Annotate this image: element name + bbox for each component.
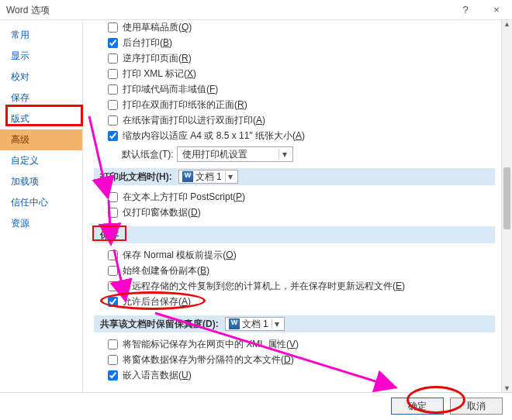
save-section-header-label: 保存: [100, 229, 119, 242]
print-doc-option-label-0: 在文本上方打印 PostScript(P): [123, 191, 245, 204]
save-option-label-2: 将远程存储的文件复制到您的计算机上，并在保存时更新远程文件(E): [123, 280, 405, 293]
word-doc-icon: [182, 171, 193, 182]
share-section-combo[interactable]: 文档 1▾: [225, 317, 285, 331]
default-tray-value: 使用打印机设置: [182, 148, 275, 161]
save-option-checkbox-2[interactable]: [108, 281, 118, 291]
sidebar-item-5[interactable]: 高级: [0, 129, 82, 150]
scroll-thumb[interactable]: [503, 167, 510, 229]
content-pane: 使用草稿品质(Q)后台打印(B)逆序打印页面(R)打印 XML 标记(X)打印域…: [83, 20, 512, 392]
sidebar-item-1[interactable]: 显示: [0, 46, 82, 67]
default-tray-row: 默认纸盒(T):使用打印机设置▾: [122, 146, 501, 162]
share-option-checkbox-1[interactable]: [108, 355, 118, 365]
print-this-doc-header-label: 打印此文档时(H):: [100, 170, 172, 184]
print-option-checkbox-2[interactable]: [108, 53, 118, 64]
chevron-down-icon: ▾: [225, 171, 236, 182]
print-doc-option-checkbox-1[interactable]: [108, 208, 118, 218]
print-option-label-5: 打印在双面打印纸张的正面(R): [123, 98, 247, 112]
print-option-label-6: 在纸张背面打印以进行双面打印(A): [123, 114, 265, 127]
share-option-label-0: 将智能标记保存为在网页中的 XML 属性(V): [123, 338, 299, 351]
share-option-row-0: 将智能标记保存为在网页中的 XML 属性(V): [108, 337, 501, 352]
chevron-down-icon: ▾: [278, 149, 291, 160]
print-option-checkbox-7[interactable]: [108, 131, 118, 141]
titlebar: Word 选项 ? ×: [0, 0, 512, 20]
print-doc-option-label-1: 仅打印窗体数据(D): [123, 206, 201, 219]
help-button[interactable]: ?: [450, 0, 481, 20]
scroll-up-icon[interactable]: ▲: [502, 20, 512, 28]
scroll-down-icon[interactable]: ▼: [502, 384, 512, 392]
window-title: Word 选项: [6, 0, 450, 20]
print-doc-option-row-1: 仅打印窗体数据(D): [108, 205, 501, 220]
save-option-checkbox-3[interactable]: [108, 297, 118, 307]
share-option-row-1: 将窗体数据保存为带分隔符的文本文件(D): [108, 353, 501, 367]
share-section-header: 共享该文档时保留保真度(D):文档 1▾: [94, 315, 495, 332]
sidebar: 常用显示校对保存版式高级自定义加载项信任中心资源: [0, 20, 83, 392]
print-option-label-2: 逆序打印页面(R): [123, 52, 192, 65]
save-option-checkbox-0[interactable]: [108, 250, 118, 260]
save-option-row-2: 将远程存储的文件复制到您的计算机上，并在保存时更新远程文件(E): [108, 279, 501, 294]
save-option-row-0: 保存 Normal 模板前提示(O): [108, 248, 501, 263]
share-option-row-2: 嵌入语言数据(U): [108, 368, 501, 383]
save-option-label-1: 始终创建备份副本(B): [123, 264, 209, 277]
print-this-doc-name: 文档 1: [195, 170, 222, 184]
cancel-button[interactable]: 取消: [450, 398, 503, 415]
sidebar-item-6[interactable]: 自定义: [0, 150, 82, 171]
share-option-checkbox-2[interactable]: [108, 370, 118, 380]
save-section-header: 保存: [94, 226, 495, 243]
print-option-label-7: 缩放内容以适应 A4 或 8.5 x 11" 纸张大小(A): [123, 129, 305, 143]
print-option-row-5: 打印在双面打印纸张的正面(R): [108, 98, 501, 112]
print-option-row-3: 打印 XML 标记(X): [108, 67, 501, 81]
print-option-checkbox-0[interactable]: [108, 22, 118, 33]
save-option-row-1: 始终创建备份副本(B): [108, 263, 501, 278]
print-option-checkbox-3[interactable]: [108, 69, 118, 79]
share-option-checkbox-0[interactable]: [108, 339, 118, 349]
print-option-row-1: 后台打印(B): [108, 36, 501, 50]
print-option-row-2: 逆序打印页面(R): [108, 51, 501, 66]
print-option-checkbox-1[interactable]: [108, 38, 118, 48]
save-option-row-3: 允许后台保存(A): [108, 294, 501, 309]
ok-button[interactable]: 确定: [391, 398, 444, 415]
save-option-label-3: 允许后台保存(A): [123, 295, 191, 308]
chevron-down-icon: ▾: [272, 318, 282, 329]
share-option-label-1: 将窗体数据保存为带分隔符的文本文件(D): [123, 353, 294, 367]
print-option-row-0: 使用草稿品质(Q): [108, 20, 501, 35]
word-doc-icon: [229, 318, 240, 329]
print-doc-option-row-0: 在文本上方打印 PostScript(P): [108, 190, 501, 205]
sidebar-item-9[interactable]: 资源: [0, 213, 82, 234]
sidebar-item-3[interactable]: 保存: [0, 88, 82, 108]
print-option-label-3: 打印 XML 标记(X): [123, 67, 196, 81]
print-option-row-6: 在纸张背面打印以进行双面打印(A): [108, 113, 501, 128]
print-option-label-4: 打印域代码而非域值(F): [123, 83, 218, 96]
dialog-footer: 确定 取消: [0, 392, 512, 418]
print-this-doc-header: 打印此文档时(H):文档 1▾: [94, 168, 495, 185]
share-section-header-label: 共享该文档时保留保真度(D):: [100, 318, 219, 331]
print-option-checkbox-4[interactable]: [108, 84, 118, 95]
sidebar-item-2[interactable]: 校对: [0, 67, 82, 88]
save-option-checkbox-1[interactable]: [108, 266, 118, 276]
print-option-label-0: 使用草稿品质(Q): [123, 21, 192, 34]
print-doc-option-checkbox-0[interactable]: [108, 192, 118, 202]
print-this-doc-combo[interactable]: 文档 1▾: [178, 170, 238, 184]
scrollbar[interactable]: ▲ ▼: [501, 20, 512, 392]
sidebar-item-8[interactable]: 信任中心: [0, 192, 82, 213]
print-option-label-1: 后台打印(B): [123, 36, 172, 50]
sidebar-item-7[interactable]: 加载项: [0, 171, 82, 192]
print-option-row-7: 缩放内容以适应 A4 或 8.5 x 11" 纸张大小(A): [108, 129, 501, 143]
default-tray-combo[interactable]: 使用打印机设置▾: [177, 146, 293, 162]
close-button[interactable]: ×: [481, 0, 512, 20]
print-option-row-4: 打印域代码而非域值(F): [108, 82, 501, 97]
sidebar-item-0[interactable]: 常用: [0, 25, 82, 46]
share-option-label-2: 嵌入语言数据(U): [123, 369, 192, 382]
save-option-label-0: 保存 Normal 模板前提示(O): [123, 249, 237, 262]
print-option-checkbox-5[interactable]: [108, 100, 118, 110]
sidebar-item-4[interactable]: 版式: [0, 108, 82, 129]
print-option-checkbox-6[interactable]: [108, 115, 118, 126]
default-tray-label: 默认纸盒(T):: [122, 148, 174, 161]
share-section-doc-name: 文档 1: [242, 318, 268, 331]
